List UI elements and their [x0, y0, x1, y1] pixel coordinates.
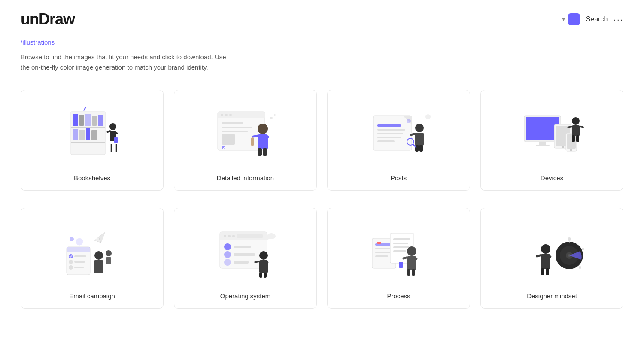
svg-rect-85	[74, 267, 84, 268]
illustration-posts	[336, 99, 461, 167]
svg-rect-72	[576, 135, 579, 142]
illustrations-grid-row2: Email campaign	[0, 208, 644, 326]
card-label-bookshelves: Bookshelves	[74, 174, 110, 182]
svg-rect-81	[74, 255, 86, 257]
svg-rect-27	[222, 127, 252, 128]
card-detailed-information[interactable]: Detailed information	[174, 90, 317, 191]
svg-rect-133	[541, 268, 544, 275]
svg-rect-42	[377, 124, 401, 127]
svg-point-12	[109, 123, 116, 130]
svg-rect-9	[79, 130, 85, 140]
card-label-posts: Posts	[391, 174, 407, 182]
svg-rect-6	[92, 116, 97, 126]
svg-point-99	[224, 251, 231, 258]
svg-rect-96	[237, 234, 263, 238]
header-right: ▼ Search ···	[561, 13, 623, 25]
svg-rect-118	[393, 238, 410, 240]
svg-rect-113	[375, 248, 390, 249]
card-devices[interactable]: Devices	[480, 90, 623, 191]
header: unDraw ▼ Search ···	[0, 0, 644, 39]
svg-rect-114	[375, 252, 392, 253]
svg-point-63	[562, 146, 564, 148]
search-button[interactable]: Search	[586, 15, 608, 23]
svg-rect-26	[222, 122, 243, 124]
svg-rect-5	[85, 114, 91, 126]
svg-rect-53	[419, 145, 423, 152]
svg-rect-134	[546, 268, 549, 275]
svg-point-93	[224, 235, 226, 237]
svg-point-31	[258, 124, 268, 134]
more-menu-button[interactable]: ···	[614, 15, 623, 24]
svg-point-82	[69, 260, 73, 264]
color-swatch[interactable]	[568, 13, 580, 25]
svg-point-86	[76, 238, 83, 245]
svg-rect-107	[259, 273, 262, 278]
card-label-operating-system: Operating system	[220, 292, 271, 300]
chevron-down-icon: ▼	[561, 16, 566, 22]
svg-rect-3	[73, 114, 78, 126]
card-label-designer-mindset: Designer mindset	[527, 292, 577, 300]
svg-rect-44	[377, 133, 403, 134]
card-email-campaign[interactable]: Email campaign	[21, 208, 164, 309]
svg-point-66	[570, 149, 572, 151]
svg-rect-22	[218, 112, 265, 118]
svg-rect-28	[222, 131, 248, 132]
svg-rect-128	[399, 262, 403, 268]
svg-rect-100	[234, 253, 255, 256]
svg-point-56	[425, 114, 431, 119]
svg-rect-16	[114, 137, 118, 143]
svg-point-47	[407, 119, 411, 123]
svg-point-38	[270, 117, 273, 119]
svg-rect-11	[91, 130, 97, 140]
svg-rect-120	[393, 246, 410, 248]
svg-point-97	[224, 243, 231, 250]
svg-rect-52	[415, 145, 419, 152]
card-label-email-campaign: Email campaign	[69, 292, 115, 300]
svg-point-24	[225, 114, 228, 116]
card-operating-system[interactable]: Operating system	[174, 208, 317, 309]
svg-rect-115	[375, 255, 388, 257]
breadcrumb: /illustrations	[21, 39, 623, 46]
svg-rect-36	[263, 148, 267, 156]
svg-rect-116	[377, 242, 381, 244]
svg-rect-98	[234, 246, 251, 248]
svg-point-87	[106, 250, 112, 256]
svg-point-25	[229, 114, 232, 116]
illustrations-grid-row1: Bookshelves	[0, 90, 644, 208]
svg-point-89	[70, 237, 74, 241]
svg-rect-2	[71, 142, 105, 143]
svg-rect-59	[539, 142, 546, 145]
card-designer-mindset[interactable]: Designer mindset	[480, 208, 623, 309]
svg-rect-29	[222, 134, 235, 145]
card-posts[interactable]: Posts	[327, 90, 470, 191]
svg-point-84	[69, 265, 73, 270]
illustration-bookshelves	[30, 99, 155, 167]
svg-rect-126	[407, 269, 410, 276]
svg-rect-119	[393, 243, 408, 244]
card-process[interactable]: Process	[327, 208, 470, 309]
svg-point-39	[274, 114, 276, 116]
illustration-process	[336, 217, 461, 285]
illustration-devices	[489, 99, 614, 167]
svg-rect-60	[536, 145, 550, 146]
svg-rect-71	[572, 135, 575, 142]
card-bookshelves[interactable]: Bookshelves	[21, 90, 164, 191]
card-label-detailed-information: Detailed information	[217, 174, 274, 182]
svg-point-23	[221, 114, 223, 116]
illustration-detailed-information	[183, 99, 308, 167]
card-label-process: Process	[387, 292, 410, 300]
svg-rect-102	[234, 261, 249, 264]
svg-rect-83	[74, 261, 85, 263]
svg-rect-35	[258, 148, 262, 156]
illustration-operating-system	[183, 217, 308, 285]
hero-section: /illustrations Browse to find the images…	[0, 39, 644, 90]
svg-point-129	[541, 244, 550, 254]
svg-point-122	[407, 246, 416, 256]
svg-line-19	[84, 107, 86, 111]
svg-rect-1	[71, 127, 105, 128]
svg-point-110	[263, 235, 270, 240]
svg-point-48	[415, 124, 424, 132]
color-picker-dropdown[interactable]: ▼	[561, 13, 580, 25]
svg-rect-37	[251, 137, 254, 146]
svg-point-141	[579, 266, 581, 269]
